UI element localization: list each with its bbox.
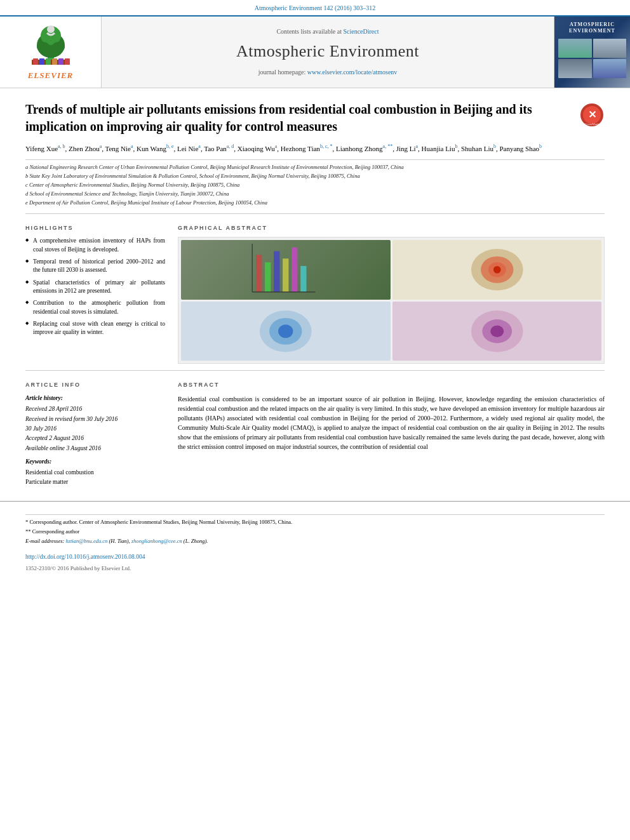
section-divider-2	[25, 370, 605, 371]
abstract-text: Residential coal combustion is considere…	[178, 394, 605, 451]
svg-rect-17	[256, 255, 262, 292]
email-1-person: (H. Tian),	[109, 538, 130, 544]
svg-point-31	[278, 324, 293, 338]
thumb-img-3	[558, 59, 592, 78]
journal-header: ELSEVIER Contents lists available at Sci…	[0, 15, 630, 88]
star-footnote: * Corresponding author. Center of Atmosp…	[25, 519, 605, 526]
svg-rect-11	[65, 58, 70, 65]
highlights-list: A comprehensive emission inventory of HA…	[25, 237, 165, 337]
star-star-footnote: ** Corresponding author	[25, 528, 605, 536]
email-label: E-mail addresses:	[25, 538, 64, 544]
star-footnote-text: * Corresponding author. Center of Atmosp…	[25, 519, 292, 525]
email-link-1[interactable]: hztian@bnu.edu.cn	[65, 538, 107, 544]
graphical-abstract-column: GRAPHICAL ABSTRACT	[178, 224, 605, 364]
sup-6: a, d	[227, 143, 234, 149]
article-info-header: ARTICLE INFO	[25, 381, 165, 389]
svg-rect-8	[46, 58, 51, 65]
ga-chart-1	[181, 240, 391, 300]
highlight-item-5: Replacing coal stove with clean energy i…	[25, 320, 165, 337]
keywords-section: Keywords: Residential coal combustion Pa…	[25, 458, 165, 487]
ga-cell-3	[181, 302, 391, 361]
contents-label: Contents lists available at ScienceDirec…	[276, 27, 379, 36]
svg-point-12	[47, 25, 55, 33]
footnote-divider	[25, 514, 605, 515]
keyword-2: Particulate matter	[25, 478, 165, 486]
elsevier-logo: ELSEVIER	[25, 23, 76, 81]
keywords-label: Keywords:	[25, 458, 165, 466]
svg-rect-7	[39, 58, 44, 65]
sup-5: a	[198, 143, 201, 149]
crossmark-badge: ✕ CrossMark	[579, 102, 605, 130]
author-7: Xiaoqing Wu	[238, 145, 275, 152]
thumb-img-1	[558, 39, 592, 58]
sup-13: b	[539, 143, 542, 149]
author-4: Kun Wang	[137, 145, 166, 152]
email-2-person: (L. Zhong).	[184, 538, 208, 544]
homepage-line: journal homepage: www.elsevier.com/locat…	[258, 68, 398, 77]
paper-body: ✕ CrossMark Trends of multiple air pollu…	[0, 88, 630, 501]
affiliations-block: a National Engineering Research Center o…	[25, 159, 605, 206]
highlights-header: HIGHLIGHTS	[25, 224, 165, 232]
paper-title: Trends of multiple air pollutants emissi…	[25, 101, 546, 135]
publisher-logo-area: ELSEVIER	[0, 17, 102, 88]
homepage-link[interactable]: www.elsevier.com/locate/atmosenv	[307, 69, 398, 76]
sciencedirect-link[interactable]: ScienceDirect	[343, 28, 379, 35]
footnotes-section: * Corresponding author. Center of Atmosp…	[0, 501, 630, 545]
highlight-item-3: Spatial characteristics of primary air p…	[25, 279, 165, 296]
affiliation-e: e Department of Air Pollution Control, B…	[25, 199, 605, 207]
accepted-date: Accepted 2 August 2016	[25, 434, 165, 443]
authors-line: Yifeng Xuea, b, Zhen Zhoua, Teng Niea, K…	[25, 143, 605, 154]
highlight-item-1: A comprehensive emission inventory of HA…	[25, 237, 165, 254]
received-revised-date: Received in revised form 30 July 2016	[25, 415, 165, 423]
sup-10: a	[416, 143, 419, 149]
email-link-2[interactable]: zhonglianhong@cee.cn	[131, 538, 182, 544]
author-5: Lei Nie	[177, 145, 198, 152]
crossmark-icon: ✕ CrossMark	[579, 102, 605, 128]
sup-8: b, c, *	[320, 143, 333, 149]
svg-text:✕: ✕	[588, 109, 596, 120]
thumb-img-2	[593, 39, 627, 58]
star-star-text: ** Corresponding author	[25, 528, 79, 535]
svg-rect-10	[58, 58, 64, 65]
journal-title: Atmospheric Environment	[236, 40, 419, 63]
svg-point-3	[37, 42, 50, 52]
journal-title-area: Contents lists available at ScienceDirec…	[102, 17, 554, 88]
sup-11: b	[455, 143, 457, 149]
author-2: Zhen Zhou	[69, 145, 100, 152]
sup-9: a, **	[383, 143, 393, 149]
abstract-header: ABSTRACT	[178, 381, 605, 389]
author-12: Shuhan Liu	[461, 145, 493, 152]
ga-map-3	[392, 302, 602, 361]
elsevier-tree-icon	[25, 23, 76, 67]
article-history: Article history: Received 28 April 2016 …	[25, 394, 165, 453]
ga-cell-1	[181, 240, 391, 300]
article-info-column: ARTICLE INFO Article history: Received 2…	[25, 381, 165, 488]
sup-1: a, b	[58, 143, 65, 149]
author-6: Tao Pan	[204, 145, 227, 152]
graphical-abstract-image	[178, 237, 605, 364]
svg-rect-6	[33, 58, 38, 65]
ga-cell-4	[392, 302, 602, 361]
received-revised-cont: 30 July 2016	[25, 425, 165, 433]
section-divider-1	[25, 213, 605, 214]
journal-thumb-title: ATMOSPHERIC ENVIRONMENT	[558, 22, 626, 35]
thumb-img-4	[593, 59, 627, 78]
affiliation-a: a National Engineering Research Center o…	[25, 164, 605, 171]
info-abstract-section: ARTICLE INFO Article history: Received 2…	[25, 381, 605, 488]
doi-link[interactable]: http://dx.doi.org/10.1016/j.atmosenv.201…	[25, 554, 145, 560]
svg-text:CrossMark: CrossMark	[585, 123, 600, 126]
svg-rect-20	[283, 259, 288, 293]
graphical-abstract-header: GRAPHICAL ABSTRACT	[178, 224, 605, 232]
email-footnote: E-mail addresses: hztian@bnu.edu.cn (H. …	[25, 538, 605, 545]
ga-map-2	[181, 302, 391, 361]
received-date: Received 28 April 2016	[25, 405, 165, 413]
copyright-line: 1352-2310/© 2016 Published by Elsevier L…	[25, 564, 605, 573]
journal-ref-text: Atmospheric Environment 142 (2016) 303–3…	[255, 4, 376, 11]
abstract-column: ABSTRACT Residential coal combustion is …	[178, 381, 605, 488]
affiliation-d: d School of Environmental Science and Te…	[25, 190, 605, 198]
affiliation-b: b State Key Joint Laboratory of Environm…	[25, 173, 605, 180]
author-3: Teng Nie	[105, 145, 131, 152]
svg-rect-19	[274, 251, 279, 292]
highlights-column: HIGHLIGHTS A comprehensive emission inve…	[25, 224, 165, 364]
ga-map-1	[392, 240, 602, 300]
